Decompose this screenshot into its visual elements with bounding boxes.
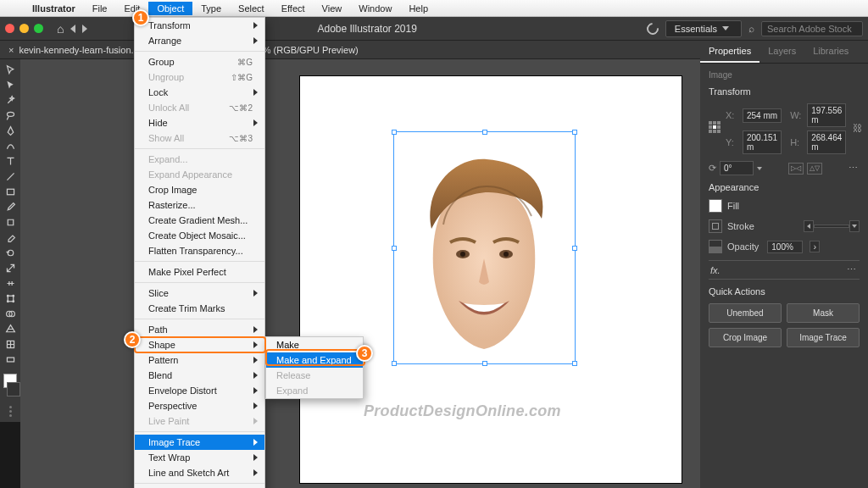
unembed-button[interactable]: Unembed [709, 303, 782, 323]
pen-tool-icon[interactable] [2, 124, 19, 138]
zoom-window-icon[interactable] [34, 24, 43, 33]
transform-x-input[interactable]: 254 mm [743, 108, 782, 123]
minimize-window-icon[interactable] [19, 24, 29, 33]
more-options-icon[interactable]: ⋯ [847, 264, 858, 275]
type-tool-icon[interactable] [2, 154, 19, 169]
menu-item[interactable]: Flatten Transparency... [135, 243, 264, 258]
menu-view[interactable]: View [314, 2, 351, 15]
stroke-decrement[interactable] [804, 220, 814, 232]
lasso-tool-icon[interactable] [2, 108, 19, 123]
menu-item[interactable]: Text Wrap [135, 450, 264, 465]
menu-item[interactable]: Create Object Mosaic... [135, 228, 264, 243]
nav-forward-icon[interactable] [82, 25, 87, 33]
menu-help[interactable]: Help [400, 2, 437, 15]
shape-builder-tool-icon[interactable] [2, 307, 19, 321]
menu-item[interactable]: Group⌘G [135, 54, 264, 69]
menubar-appname[interactable]: Illustrator [24, 2, 84, 15]
mesh-tool-icon[interactable] [2, 337, 19, 352]
canvas[interactable]: ProductDesignOnline.com [20, 59, 700, 488]
selection-tool-icon[interactable] [2, 63, 19, 77]
rectangle-tool-icon[interactable] [2, 185, 19, 199]
flip-horizontal-icon[interactable]: ▷◁ [788, 163, 804, 175]
close-window-icon[interactable] [5, 24, 14, 33]
menu-item[interactable]: Transform [135, 18, 264, 33]
transform-y-input[interactable]: 200.151 m [743, 130, 782, 154]
menu-item[interactable]: Create Gradient Mesh... [135, 213, 264, 228]
menu-window[interactable]: Window [350, 2, 400, 15]
mask-button[interactable]: Mask [787, 303, 860, 323]
width-tool-icon[interactable] [2, 276, 19, 291]
fill-swatch-icon[interactable] [709, 199, 722, 213]
shaper-tool-icon[interactable] [2, 215, 19, 230]
more-options-icon[interactable]: ⋯ [849, 163, 860, 174]
menu-item[interactable]: Crop Image [135, 182, 264, 197]
paintbrush-tool-icon[interactable] [2, 200, 19, 214]
gradient-tool-icon[interactable] [2, 352, 19, 367]
rotation-input[interactable]: 0° [720, 161, 754, 175]
menu-item[interactable]: Envelope Distort [135, 383, 264, 398]
crop-image-button[interactable]: Crop Image [709, 328, 782, 347]
link-icon[interactable]: ⛓ [853, 123, 862, 135]
menu-item[interactable]: Arrange [135, 33, 264, 48]
tab-libraries[interactable]: Libraries [804, 41, 857, 63]
menu-item[interactable]: Blend [135, 368, 264, 383]
handle-icon[interactable] [392, 361, 397, 366]
menu-item[interactable]: Rasterize... [135, 197, 264, 213]
menu-effect[interactable]: Effect [273, 2, 314, 15]
workspace-switcher[interactable]: Essentials [665, 20, 742, 37]
menu-item[interactable]: Path [135, 322, 264, 337]
menu-item[interactable]: Create Trim Marks [135, 301, 264, 316]
handle-icon[interactable] [482, 130, 487, 135]
flip-vertical-icon[interactable]: △▽ [807, 163, 822, 175]
menu-item[interactable]: Shape [135, 337, 264, 352]
rotate-tool-icon[interactable] [2, 246, 19, 260]
apple-icon[interactable] [7, 7, 24, 10]
menu-item[interactable]: Perspective [135, 398, 264, 413]
menu-select[interactable]: Select [230, 2, 273, 15]
stroke-weight-dropdown[interactable] [849, 220, 860, 232]
handle-icon[interactable] [572, 130, 577, 135]
menu-item[interactable]: Lock [135, 85, 264, 100]
tab-layers[interactable]: Layers [760, 41, 804, 63]
line-tool-icon[interactable] [2, 169, 19, 184]
tab-properties[interactable]: Properties [700, 41, 760, 63]
transform-w-input[interactable]: 197.556 m [807, 103, 846, 127]
menu-type[interactable]: Type [192, 2, 230, 15]
handle-icon[interactable] [392, 246, 397, 251]
handle-icon[interactable] [392, 130, 397, 135]
search-input[interactable]: Search Adobe Stock [761, 21, 863, 36]
menu-item[interactable]: Line and Sketch Art [135, 465, 264, 480]
handle-icon[interactable] [572, 246, 577, 251]
opacity-input[interactable]: 100% [767, 241, 803, 253]
stroke-weight-input[interactable] [814, 225, 849, 228]
handle-icon[interactable] [482, 361, 487, 366]
image-trace-button[interactable]: Image Trace [787, 328, 860, 347]
chevron-down-icon[interactable] [757, 167, 762, 170]
curvature-tool-icon[interactable] [2, 139, 19, 153]
nav-back-icon[interactable] [70, 25, 75, 33]
home-icon[interactable]: ⌂ [57, 22, 64, 36]
menu-item[interactable]: Hide [135, 115, 264, 130]
close-tab-icon[interactable]: × [8, 45, 14, 55]
free-transform-tool-icon[interactable] [2, 291, 19, 306]
stroke-swatch-icon[interactable] [709, 219, 722, 233]
reference-point-icon[interactable] [709, 121, 721, 136]
menu-item[interactable]: Slice [135, 286, 264, 301]
edit-toolbar-icon[interactable] [2, 404, 19, 419]
scale-tool-icon[interactable] [2, 261, 19, 275]
menu-object[interactable]: Object [148, 2, 192, 15]
menu-file[interactable]: File [84, 2, 116, 15]
submenu-item[interactable]: Make [266, 337, 363, 352]
stroke-swatch[interactable] [7, 382, 20, 396]
menu-item[interactable]: Pattern [135, 352, 264, 368]
transform-h-input[interactable]: 268.464 m [807, 130, 846, 154]
menu-item-image-trace[interactable]: Image Trace [135, 435, 264, 450]
search-icon[interactable]: ⌕ [748, 23, 754, 35]
magic-wand-tool-icon[interactable] [2, 93, 19, 108]
opacity-dropdown[interactable]: › [810, 241, 820, 252]
eraser-tool-icon[interactable] [2, 230, 19, 245]
handle-icon[interactable] [572, 361, 577, 366]
menu-item[interactable]: Make Pixel Perfect [135, 264, 264, 280]
perspective-tool-icon[interactable] [2, 322, 19, 336]
fx-label[interactable]: fx. [710, 265, 721, 275]
